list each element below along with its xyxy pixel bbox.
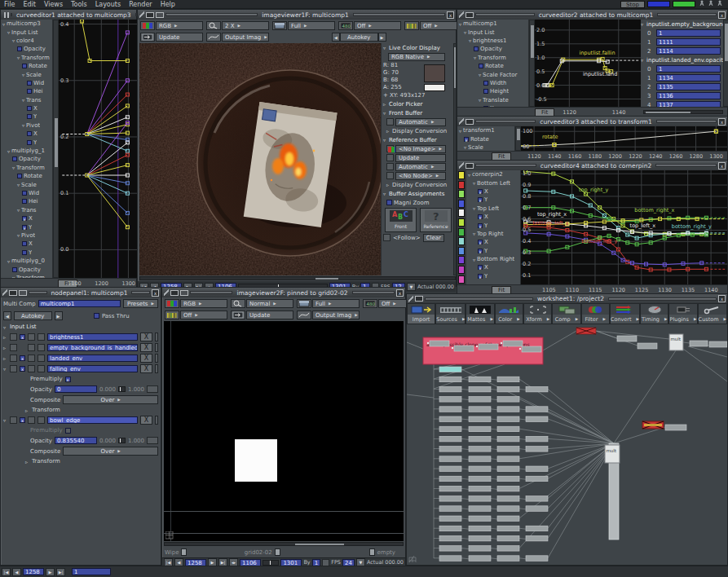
collapse-arrow-icon[interactable]: ▹ (386, 128, 389, 134)
scrollbar-vertical[interactable] (723, 20, 728, 107)
curve-icon[interactable] (38, 355, 45, 362)
expand-arrow-icon[interactable]: ▿ (641, 21, 643, 27)
curveeditor1-titlebar[interactable]: curveeditor1 attached to multicomp3 x (1, 10, 136, 20)
tree-item[interactable]: xX (466, 187, 520, 196)
anim-checkbox[interactable] (22, 64, 27, 68)
iv1-2-x-dropdown[interactable]: 2 X▶ (222, 21, 269, 30)
thumbnail-icon[interactable] (28, 365, 35, 372)
imageviewer1-viewport[interactable] (139, 43, 381, 275)
input-name-field[interactable]: landed_env (47, 355, 138, 362)
expand-arrow-icon[interactable]: ▿ (474, 55, 476, 60)
palette-swatch[interactable] (458, 190, 465, 198)
key-value-field[interactable]: 1136 (656, 92, 721, 99)
rgb-icon[interactable] (165, 299, 179, 308)
panel-corner-icon[interactable] (459, 11, 464, 18)
anim-checkbox[interactable] (27, 81, 32, 86)
delete-input-button[interactable]: X (140, 354, 152, 363)
section-header[interactable]: Display Conversion (392, 182, 447, 188)
section-header[interactable]: Front Buffer (389, 110, 422, 117)
tree-item[interactable]: ▿Scale (457, 143, 514, 151)
palette-swatch[interactable] (458, 228, 465, 236)
panel-mode-icon[interactable] (9, 290, 17, 296)
section-header[interactable]: Display Conversion (392, 128, 447, 134)
close-icon[interactable]: x (447, 11, 454, 19)
curve-icon[interactable] (386, 172, 394, 179)
clone-icon[interactable] (10, 416, 17, 424)
expand-arrow-icon[interactable]: ▿ (383, 137, 386, 143)
section-header[interactable]: Color Picker (389, 101, 422, 108)
curveeditor1-plot[interactable]: 0.40.30.20.10.0 (59, 20, 137, 278)
tree-item[interactable]: xY (466, 272, 520, 280)
anim-checkbox[interactable] (483, 89, 488, 94)
tree-item[interactable]: ▿Translate (457, 96, 528, 104)
tree-item[interactable]: ▿Pivot (1, 121, 52, 130)
tree-item[interactable]: ▿Scale (1, 180, 52, 188)
tree-item[interactable]: ▿Transform (1, 54, 52, 62)
extra-handle[interactable] (369, 548, 375, 556)
thumbnail-icon[interactable] (28, 333, 35, 341)
param-group-header[interactable]: ▿inputlist.empty_background_is_h (641, 20, 723, 29)
go-start-button[interactable]: |◀ (2, 568, 11, 576)
tree-item[interactable]: ▿multiplyg_0 (1, 257, 52, 265)
tree-item[interactable]: ▿Transform (457, 54, 528, 62)
tree-item[interactable]: xY (1, 222, 52, 231)
tab-custom[interactable]: Custom▶ (698, 303, 727, 324)
panel-mode-icon[interactable] (465, 163, 474, 169)
tree-item[interactable]: Y (1, 249, 52, 257)
presets-button[interactable]: Presets▶ (123, 299, 158, 308)
delete-input-button[interactable]: X (140, 416, 152, 425)
expand-arrow-icon[interactable]: ▿ (7, 29, 10, 35)
close-icon[interactable]: x (396, 289, 404, 297)
tree-item[interactable]: xY (466, 247, 520, 255)
anim-checkbox[interactable]: x (464, 137, 469, 142)
expand-arrow-icon[interactable]: ▿ (383, 45, 386, 51)
expand-arrow-icon[interactable]: ▿ (459, 128, 461, 134)
panel-mode-icon[interactable] (170, 290, 179, 296)
expand-arrow-icon[interactable]: ▿ (12, 165, 15, 170)
iv2-full-dropdown[interactable]: Full▶ (312, 299, 360, 308)
panel-corner-icon[interactable] (459, 162, 464, 169)
tree-item[interactable]: xX (466, 238, 520, 246)
expand-arrow-icon[interactable]: ▿ (22, 97, 24, 103)
anim-checkbox[interactable] (17, 174, 22, 178)
curveeditor4-titlebar[interactable]: curveeditor4 attached to cornerpin2 x (457, 161, 727, 170)
input-list-header[interactable]: Input List (10, 324, 37, 330)
anim-checkbox[interactable] (474, 46, 479, 51)
thumbnail-icon[interactable] (28, 355, 35, 362)
curve-icon[interactable] (206, 33, 221, 42)
iv1-update-button[interactable]: Update (156, 33, 203, 42)
menu-file[interactable]: File (0, 1, 19, 8)
iv2-update-button[interactable]: Update (246, 311, 293, 319)
expand-arrow-icon[interactable]: ▿ (473, 231, 475, 236)
thumb-icon[interactable] (297, 299, 311, 308)
clone-icon[interactable] (10, 344, 17, 351)
expand-arrow-icon[interactable]: ▿ (464, 29, 466, 35)
panel-attach-icon[interactable] (7, 12, 9, 18)
anim-checkbox[interactable] (483, 81, 488, 86)
composite-dropdown[interactable]: Over▶ (63, 395, 158, 404)
tree-item[interactable]: xY (466, 196, 520, 204)
step-back-button[interactable]: ◀ (12, 568, 21, 576)
expand-arrow-icon[interactable]: ▿ (2, 21, 5, 27)
update-mode-icon[interactable] (386, 118, 394, 126)
scrollbar-horizontal[interactable] (139, 276, 456, 280)
tab-convert[interactable]: Convert▶ (610, 303, 640, 324)
zoom-icon[interactable] (231, 299, 245, 308)
opacity-slider[interactable] (118, 386, 126, 392)
menu-edit[interactable]: Edit (19, 1, 40, 8)
iv2-off-dropdown[interactable]: Off▶ (180, 311, 227, 319)
anim-checkbox[interactable] (22, 191, 27, 196)
clone-icon[interactable] (10, 365, 17, 372)
palette-swatch[interactable] (458, 275, 465, 284)
tree-item[interactable]: ▿Trans (1, 96, 52, 104)
expand-arrow-icon[interactable]: ▿ (17, 207, 20, 213)
tree-item[interactable]: Hei (1, 87, 52, 95)
step-forward-button[interactable]: ▶ (46, 568, 55, 576)
thumbnail-icon[interactable] (28, 344, 35, 351)
tree-item[interactable]: ▿Scale Factor (457, 70, 528, 78)
tab-comp[interactable]: Comp▶ (552, 303, 580, 324)
iv2-output-imag-dropdown[interactable]: Output Imag▶ (312, 311, 360, 319)
anim-checkbox[interactable] (27, 140, 32, 145)
tree-item[interactable]: ▿transform1 (457, 126, 514, 134)
key-value-field[interactable]: 1137 (656, 101, 721, 107)
